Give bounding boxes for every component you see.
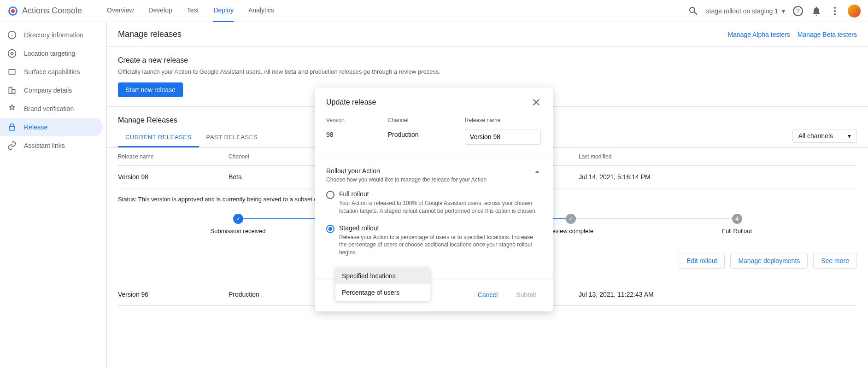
rollout-desc: Choose how you would like to manage the …: [326, 176, 487, 183]
svg-rect-16: [10, 126, 14, 130]
channel-label: Channel: [388, 117, 465, 123]
help-icon[interactable]: ?: [792, 6, 803, 17]
more-icon[interactable]: [829, 6, 840, 17]
version-value: 98: [326, 131, 388, 138]
sidebar-item-location[interactable]: Location targeting: [0, 44, 103, 63]
channel-value: Production: [388, 131, 465, 138]
release-name: Version 98: [118, 173, 229, 181]
sidebar-item-release[interactable]: Release: [0, 118, 103, 136]
create-title: Create a new release: [118, 56, 857, 64]
manage-alpha-button[interactable]: Manage Alpha testers: [727, 31, 790, 38]
status-text: This version is approved and is currentl…: [138, 196, 337, 203]
top-nav-tabs: Overview Develop Test Deploy Analytics: [107, 0, 274, 22]
header-actions: Manage Alpha testers Manage Beta testers: [727, 31, 857, 38]
svg-point-6: [834, 10, 836, 12]
avatar[interactable]: [848, 5, 861, 18]
rollout-section: Rollout your Action Choose how you would…: [326, 167, 542, 257]
radio-staged-rollout[interactable]: Staged rollout Release your Action to a …: [326, 224, 542, 257]
radio-desc: Release your Action to a percentage of u…: [339, 234, 542, 257]
tab-develop[interactable]: Develop: [148, 0, 172, 22]
radio-label: Staged rollout: [339, 224, 542, 232]
step-label: Submission received: [211, 228, 266, 234]
check-icon: ✓: [233, 214, 243, 224]
step-label: Full Rollout: [722, 228, 752, 234]
start-new-release-button[interactable]: Start new release: [118, 82, 183, 97]
sidebar-item-label: Surface capabilities: [24, 68, 80, 76]
radio-icon: [326, 191, 334, 199]
modal-header: Update release: [315, 88, 553, 117]
svg-point-5: [834, 7, 836, 9]
domain-icon: [7, 86, 17, 95]
sidebar-item-label: Brand verification: [24, 105, 74, 112]
manage-deployments-button[interactable]: Manage deployments: [730, 253, 808, 269]
release-name-input[interactable]: [465, 129, 541, 145]
step-full-rollout: 4 Full Rollout: [654, 214, 820, 234]
radio-label: Full rollout: [339, 190, 542, 198]
see-more-button[interactable]: See more: [813, 253, 857, 269]
info-icon: [7, 30, 17, 40]
status-label: Status:: [118, 196, 136, 203]
project-selector[interactable]: stage rollout on staging 1: [706, 7, 785, 15]
tab-overview[interactable]: Overview: [107, 0, 134, 22]
step-label: Review complete: [548, 228, 593, 234]
svg-text:?: ?: [796, 7, 800, 15]
svg-rect-15: [12, 89, 15, 93]
tab-past-releases[interactable]: PAST RELEASES: [199, 128, 265, 147]
sidebar-item-label: Location targeting: [24, 50, 75, 57]
chevron-up-icon: [533, 167, 542, 176]
cancel-button[interactable]: Cancel: [472, 287, 504, 302]
header-right: stage rollout on staging 1 ?: [688, 5, 861, 18]
tab-test[interactable]: Test: [187, 0, 199, 22]
lock-icon: [7, 123, 17, 132]
chevron-down-icon: ▾: [848, 132, 851, 140]
release-name: Version 96: [118, 291, 229, 298]
rollout-header[interactable]: Rollout your Action Choose how you would…: [326, 167, 542, 183]
notifications-icon[interactable]: [811, 6, 822, 17]
top-header: Actions Console Overview Develop Test De…: [0, 0, 868, 22]
devices-icon: [7, 67, 17, 76]
radio-full-rollout[interactable]: Full rollout Your Action is released to …: [326, 190, 542, 215]
tab-current-releases[interactable]: CURRENT RELEASES: [118, 128, 199, 147]
sidebar-item-links[interactable]: Assistant links: [0, 136, 103, 155]
channel-filter-select[interactable]: All channels ▾: [792, 129, 857, 143]
name-label: Release name: [465, 117, 542, 123]
col-modified: Last modified: [579, 153, 857, 160]
check-icon: ✓: [566, 214, 576, 224]
submit-button[interactable]: Submit: [510, 287, 542, 302]
rollout-options: Full rollout Your Action is released to …: [326, 190, 542, 257]
step-submission: ✓ Submission received: [155, 214, 321, 234]
version-label: Version: [326, 117, 388, 123]
sidebar-item-label: Release: [24, 123, 47, 131]
sidebar-item-directory[interactable]: Directory information: [0, 26, 103, 44]
search-icon[interactable]: [688, 6, 699, 17]
staged-rollout-dropdown: Specified locations Percentage of users: [335, 268, 430, 301]
tab-analytics[interactable]: Analytics: [248, 0, 274, 22]
sidebar: Directory information Location targeting…: [0, 22, 107, 369]
logo[interactable]: Actions Console: [7, 6, 107, 17]
verified-icon: [7, 104, 17, 113]
location-icon: [7, 49, 17, 58]
sidebar-item-surface[interactable]: Surface capabilities: [0, 63, 103, 81]
edit-rollout-button[interactable]: Edit rollout: [679, 253, 725, 269]
dropdown-specified-locations[interactable]: Specified locations: [335, 268, 430, 284]
dropdown-percentage-users[interactable]: Percentage of users: [335, 284, 430, 301]
sidebar-item-label: Assistant links: [24, 142, 65, 149]
sidebar-item-company[interactable]: Company details: [0, 81, 103, 100]
sidebar-item-brand[interactable]: Brand verification: [0, 100, 103, 118]
google-logo-icon: [7, 6, 18, 17]
release-modified: Jul 14, 2021, 5:16:14 PM: [579, 173, 857, 181]
manage-beta-button[interactable]: Manage Beta testers: [798, 31, 857, 38]
svg-point-7: [834, 13, 836, 15]
sidebar-item-label: Directory information: [24, 31, 83, 39]
radio-desc: Your Action is released to 100% of Googl…: [339, 199, 542, 215]
svg-point-12: [11, 53, 13, 55]
project-name: stage rollout on staging 1: [706, 7, 778, 15]
rollout-title: Rollout your Action: [326, 167, 487, 175]
tab-deploy[interactable]: Deploy: [213, 0, 234, 22]
update-release-modal: Update release Version 98 Channel Produc…: [315, 88, 553, 311]
modal-body: Version 98 Channel Production Release na…: [315, 117, 553, 257]
close-icon[interactable]: [531, 97, 542, 108]
step-number: 4: [732, 214, 742, 224]
page-header: Manage releases Manage Alpha testers Man…: [107, 22, 868, 47]
svg-rect-13: [9, 70, 15, 74]
